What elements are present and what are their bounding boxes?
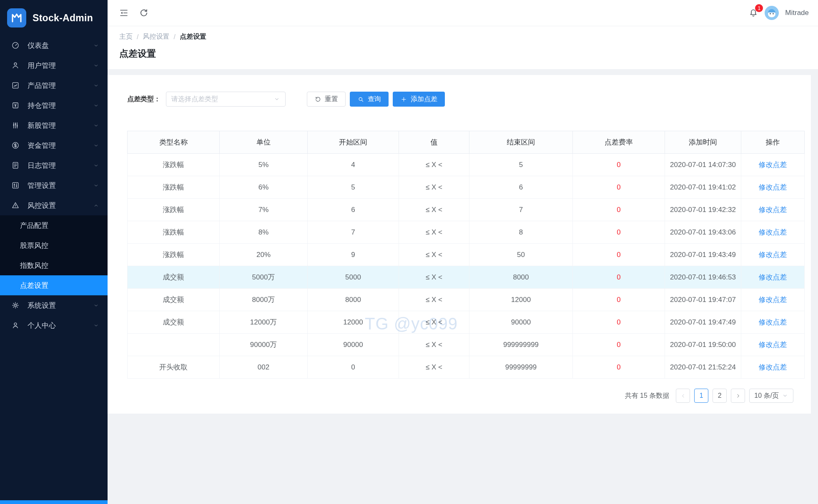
page-title: 点差设置 (119, 47, 818, 60)
sidebar-item-8[interactable]: 风控设置 (0, 195, 108, 215)
cell-action: 修改点差 (741, 311, 805, 334)
pagination-prev-button[interactable] (676, 389, 690, 403)
chevron-down-icon (93, 322, 99, 329)
breadcrumb-home[interactable]: 主页 (119, 32, 133, 41)
table-row: 90000万90000≤ X <99999999902020-07-01 19:… (128, 334, 805, 356)
app-logo[interactable]: Stock-Admin (0, 0, 108, 35)
sidebar-item-6[interactable]: 日志管理 (0, 155, 108, 175)
table-row: 开头收取0020≤ X <9999999902020-07-01 21:52:2… (128, 356, 805, 379)
cell-unit: 6% (220, 176, 308, 199)
sidebar-subitem-产品配置[interactable]: 产品配置 (0, 215, 108, 235)
breadcrumb-separator: / (137, 33, 138, 41)
sidebar-item-0[interactable]: 仪表盘 (0, 35, 108, 55)
page-size-label: 10 条/页 (754, 392, 779, 400)
sidebar-item-5[interactable]: 资金管理 (0, 135, 108, 155)
sidebar-item-3[interactable]: 持仓管理 (0, 95, 108, 115)
sidebar-item-7[interactable]: 管理设置 (0, 175, 108, 195)
cell-type_name: 涨跌幅 (128, 176, 220, 199)
sidebar-subitem-股票风控[interactable]: 股票风控 (0, 235, 108, 255)
sidebar-item-label: 产品管理 (28, 81, 93, 90)
chevron-down-icon (93, 42, 99, 49)
table-row: 涨跌幅20%9≤ X <5002020-07-01 19:43:49修改点差 (128, 244, 805, 266)
system-settings-icon (11, 301, 20, 309)
cell-time: 2020-07-01 19:50:00 (665, 334, 741, 356)
risk-settings-icon (11, 201, 20, 210)
chevron-down-icon (782, 392, 788, 399)
modify-spread-link[interactable]: 修改点差 (759, 296, 787, 304)
username: Mitrade (785, 9, 809, 17)
sidebar: Stock-Admin 仪表盘用户管理产品管理持仓管理新股管理资金管理日志管理管… (0, 0, 108, 504)
pagination-page-2[interactable]: 2 (713, 389, 727, 403)
modify-spread-link[interactable]: 修改点差 (759, 206, 787, 214)
pagination-next-button[interactable] (731, 389, 745, 403)
cell-action: 修改点差 (741, 289, 805, 311)
sidebar-bottom-scrollbar[interactable] (0, 500, 108, 504)
cell-action: 修改点差 (741, 154, 805, 176)
cell-unit: 8% (220, 221, 308, 244)
refresh-icon[interactable] (139, 8, 149, 18)
cell-action: 修改点差 (741, 221, 805, 244)
cell-start: 7 (308, 221, 399, 244)
breadcrumb-risk-settings[interactable]: 风控设置 (143, 32, 169, 41)
reset-button[interactable]: 重置 (307, 92, 346, 107)
sidebar-subitem-指数风控[interactable]: 指数风控 (0, 255, 108, 275)
modify-spread-link[interactable]: 修改点差 (759, 183, 787, 191)
filter-row: 点差类型： 请选择点差类型 重置 查询 添加点差 (127, 92, 805, 107)
modify-spread-link[interactable]: 修改点差 (759, 318, 787, 326)
cell-unit: 8000万 (220, 289, 308, 311)
cell-fee: 0 (573, 221, 665, 244)
spread-table: 类型名称单位开始区间值结束区间点差费率添加时间操作 涨跌幅5%4≤ X <502… (127, 131, 805, 379)
sidebar-item-label: 新股管理 (28, 121, 93, 130)
cell-fee: 0 (573, 266, 665, 289)
cell-end: 99999999 (469, 356, 573, 379)
sidebar-item-9[interactable]: 系统设置 (0, 295, 108, 315)
modify-spread-link[interactable]: 修改点差 (759, 273, 787, 281)
breadcrumb-separator: / (173, 33, 175, 41)
main-area: 1 Mitrade 主页 / 风控设置 / 点差设置 点差设置 点差类型： 请选… (108, 0, 818, 504)
sidebar-item-1[interactable]: 用户管理 (0, 55, 108, 75)
cell-end: 90000 (469, 311, 573, 334)
add-spread-button[interactable]: 添加点差 (393, 92, 445, 107)
modify-spread-link[interactable]: 修改点差 (759, 341, 787, 349)
cell-time: 2020-07-01 19:47:07 (665, 289, 741, 311)
cell-value: ≤ X < (399, 176, 469, 199)
ipo-icon (11, 121, 20, 130)
chevron-down-icon (93, 102, 99, 109)
column-header: 添加时间 (665, 131, 741, 154)
modify-spread-link[interactable]: 修改点差 (759, 251, 787, 259)
page-size-select[interactable]: 10 条/页 (749, 389, 793, 403)
chevron-down-icon (93, 142, 99, 149)
sidebar-item-4[interactable]: 新股管理 (0, 115, 108, 135)
spread-type-select[interactable]: 请选择点差类型 (166, 92, 286, 107)
dashboard-icon (11, 41, 20, 50)
sidebar-item-10[interactable]: 个人中心 (0, 315, 108, 335)
cell-time: 2020-07-01 19:46:53 (665, 266, 741, 289)
sidebar-item-2[interactable]: 产品管理 (0, 75, 108, 95)
cell-start: 6 (308, 199, 399, 221)
avatar[interactable] (765, 6, 779, 20)
cell-unit: 20% (220, 244, 308, 266)
modify-spread-link[interactable]: 修改点差 (759, 161, 787, 169)
breadcrumb: 主页 / 风控设置 / 点差设置 (119, 32, 818, 41)
cell-fee: 0 (573, 289, 665, 311)
table-row: 成交额8000万8000≤ X <1200002020-07-01 19:47:… (128, 289, 805, 311)
sidebar-subitem-点差设置[interactable]: 点差设置 (0, 275, 108, 295)
bell-icon[interactable]: 1 (748, 8, 758, 18)
table-row: 涨跌幅8%7≤ X <802020-07-01 19:43:06修改点差 (128, 221, 805, 244)
cell-action: 修改点差 (741, 334, 805, 356)
modify-spread-link[interactable]: 修改点差 (759, 228, 787, 236)
table-body: 涨跌幅5%4≤ X <502020-07-01 14:07:30修改点差涨跌幅6… (128, 154, 805, 379)
sidebar-item-label: 风控设置 (28, 201, 93, 210)
cell-fee: 0 (573, 311, 665, 334)
chevron-left-icon (680, 393, 686, 399)
collapse-menu-icon[interactable] (119, 8, 129, 18)
search-button[interactable]: 查询 (350, 92, 389, 107)
modify-spread-link[interactable]: 修改点差 (759, 363, 787, 371)
pagination-page-1[interactable]: 1 (694, 389, 708, 403)
funds-icon (11, 141, 20, 150)
cell-time: 2020-07-01 19:41:02 (665, 176, 741, 199)
chevron-down-icon (93, 302, 99, 309)
sidebar-menu: 仪表盘用户管理产品管理持仓管理新股管理资金管理日志管理管理设置风控设置产品配置股… (0, 35, 108, 335)
cell-fee: 0 (573, 199, 665, 221)
cell-action: 修改点差 (741, 266, 805, 289)
